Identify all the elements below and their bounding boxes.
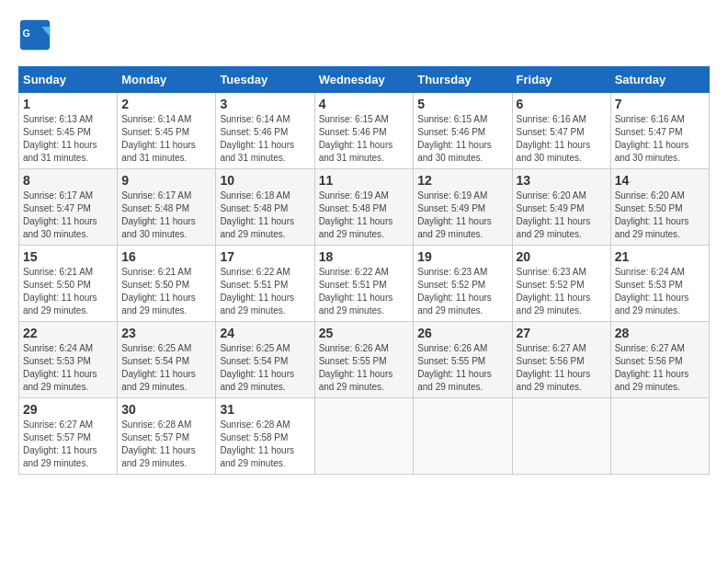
day-info: Sunrise: 6:24 AMSunset: 5:53 PMDaylight:… bbox=[23, 342, 113, 394]
day-info: Sunrise: 6:21 AMSunset: 5:50 PMDaylight:… bbox=[23, 266, 113, 317]
day-info: Sunrise: 6:23 AMSunset: 5:52 PMDaylight:… bbox=[417, 266, 507, 317]
day-info: Sunrise: 6:22 AMSunset: 5:51 PMDaylight:… bbox=[220, 266, 310, 317]
day-info: Sunrise: 6:16 AMSunset: 5:47 PMDaylight:… bbox=[615, 113, 705, 165]
day-info: Sunrise: 6:19 AMSunset: 5:49 PMDaylight:… bbox=[417, 190, 507, 241]
day-number: 13 bbox=[517, 173, 607, 188]
day-number: 25 bbox=[319, 326, 410, 340]
day-number: 20 bbox=[517, 249, 607, 264]
calendar-day-cell: 29Sunrise: 6:27 AMSunset: 5:57 PMDayligh… bbox=[19, 398, 118, 475]
calendar-day-cell: 19Sunrise: 6:23 AMSunset: 5:52 PMDayligh… bbox=[414, 246, 512, 322]
calendar-day-cell bbox=[610, 398, 709, 475]
logo-icon: G bbox=[18, 18, 51, 52]
calendar-day-cell: 4Sunrise: 6:15 AMSunset: 5:46 PMDaylight… bbox=[314, 93, 414, 169]
day-info: Sunrise: 6:25 AMSunset: 5:54 PMDaylight:… bbox=[121, 342, 211, 394]
calendar-table: SundayMondayTuesdayWednesdayThursdayFrid… bbox=[18, 66, 710, 475]
calendar-day-cell: 14Sunrise: 6:20 AMSunset: 5:50 PMDayligh… bbox=[610, 169, 709, 246]
day-info: Sunrise: 6:21 AMSunset: 5:50 PMDaylight:… bbox=[121, 266, 211, 317]
day-info: Sunrise: 6:19 AMSunset: 5:48 PMDaylight:… bbox=[319, 190, 410, 241]
calendar-day-cell: 13Sunrise: 6:20 AMSunset: 5:49 PMDayligh… bbox=[512, 169, 610, 246]
calendar-day-cell: 28Sunrise: 6:27 AMSunset: 5:56 PMDayligh… bbox=[610, 322, 709, 398]
calendar-day-cell: 18Sunrise: 6:22 AMSunset: 5:51 PMDayligh… bbox=[314, 246, 414, 322]
day-number: 9 bbox=[121, 173, 211, 188]
calendar-day-cell: 7Sunrise: 6:16 AMSunset: 5:47 PMDaylight… bbox=[610, 93, 709, 169]
day-number: 10 bbox=[220, 173, 310, 188]
day-number: 4 bbox=[319, 97, 410, 111]
day-number: 15 bbox=[23, 249, 113, 264]
day-number: 28 bbox=[615, 326, 705, 340]
day-number: 31 bbox=[220, 402, 310, 417]
day-number: 18 bbox=[319, 249, 410, 264]
calendar-day-cell: 27Sunrise: 6:27 AMSunset: 5:56 PMDayligh… bbox=[512, 322, 610, 398]
day-number: 8 bbox=[23, 173, 113, 188]
day-number: 29 bbox=[23, 402, 113, 417]
calendar-day-cell: 1Sunrise: 6:13 AMSunset: 5:45 PMDaylight… bbox=[19, 93, 118, 169]
day-info: Sunrise: 6:27 AMSunset: 5:57 PMDaylight:… bbox=[23, 419, 113, 470]
day-info: Sunrise: 6:28 AMSunset: 5:57 PMDaylight:… bbox=[121, 419, 211, 470]
calendar-day-cell: 25Sunrise: 6:26 AMSunset: 5:55 PMDayligh… bbox=[314, 322, 414, 398]
logo: G bbox=[18, 18, 55, 52]
calendar-day-cell bbox=[414, 398, 512, 475]
day-number: 12 bbox=[417, 173, 507, 188]
calendar-day-cell: 15Sunrise: 6:21 AMSunset: 5:50 PMDayligh… bbox=[19, 246, 118, 322]
calendar-day-cell: 12Sunrise: 6:19 AMSunset: 5:49 PMDayligh… bbox=[414, 169, 512, 246]
calendar-week-row: 1Sunrise: 6:13 AMSunset: 5:45 PMDaylight… bbox=[19, 93, 710, 169]
calendar-day-cell: 5Sunrise: 6:15 AMSunset: 5:46 PMDaylight… bbox=[414, 93, 512, 169]
page-header: G bbox=[18, 18, 710, 52]
day-number: 22 bbox=[23, 326, 113, 340]
calendar-day-cell: 9Sunrise: 6:17 AMSunset: 5:48 PMDaylight… bbox=[118, 169, 216, 246]
day-number: 23 bbox=[121, 326, 211, 340]
day-info: Sunrise: 6:23 AMSunset: 5:52 PMDaylight:… bbox=[517, 266, 607, 317]
weekday-header: Tuesday bbox=[216, 67, 314, 93]
calendar-day-cell: 16Sunrise: 6:21 AMSunset: 5:50 PMDayligh… bbox=[118, 246, 216, 322]
day-info: Sunrise: 6:20 AMSunset: 5:50 PMDaylight:… bbox=[615, 190, 705, 241]
day-number: 17 bbox=[220, 249, 310, 264]
day-number: 19 bbox=[417, 249, 507, 264]
weekday-header-row: SundayMondayTuesdayWednesdayThursdayFrid… bbox=[19, 67, 710, 93]
day-number: 26 bbox=[417, 326, 507, 340]
day-number: 7 bbox=[615, 97, 705, 111]
day-info: Sunrise: 6:18 AMSunset: 5:48 PMDaylight:… bbox=[220, 190, 310, 241]
day-number: 6 bbox=[517, 97, 607, 111]
calendar-week-row: 8Sunrise: 6:17 AMSunset: 5:47 PMDaylight… bbox=[19, 169, 710, 246]
day-info: Sunrise: 6:20 AMSunset: 5:49 PMDaylight:… bbox=[517, 190, 607, 241]
day-info: Sunrise: 6:15 AMSunset: 5:46 PMDaylight:… bbox=[319, 113, 410, 165]
day-number: 3 bbox=[220, 97, 310, 111]
day-info: Sunrise: 6:26 AMSunset: 5:55 PMDaylight:… bbox=[319, 342, 410, 394]
day-number: 21 bbox=[615, 249, 705, 264]
calendar-day-cell: 17Sunrise: 6:22 AMSunset: 5:51 PMDayligh… bbox=[216, 246, 314, 322]
calendar-day-cell bbox=[314, 398, 414, 475]
calendar-day-cell: 3Sunrise: 6:14 AMSunset: 5:46 PMDaylight… bbox=[216, 93, 314, 169]
calendar-day-cell: 22Sunrise: 6:24 AMSunset: 5:53 PMDayligh… bbox=[19, 322, 118, 398]
calendar-week-row: 22Sunrise: 6:24 AMSunset: 5:53 PMDayligh… bbox=[19, 322, 710, 398]
day-info: Sunrise: 6:16 AMSunset: 5:47 PMDaylight:… bbox=[517, 113, 607, 165]
svg-text:G: G bbox=[23, 28, 30, 39]
calendar-day-cell: 8Sunrise: 6:17 AMSunset: 5:47 PMDaylight… bbox=[19, 169, 118, 246]
day-number: 1 bbox=[23, 97, 113, 111]
calendar-day-cell: 24Sunrise: 6:25 AMSunset: 5:54 PMDayligh… bbox=[216, 322, 314, 398]
day-number: 11 bbox=[319, 173, 410, 188]
day-info: Sunrise: 6:13 AMSunset: 5:45 PMDaylight:… bbox=[23, 113, 113, 165]
calendar-day-cell: 26Sunrise: 6:26 AMSunset: 5:55 PMDayligh… bbox=[414, 322, 512, 398]
calendar-day-cell: 23Sunrise: 6:25 AMSunset: 5:54 PMDayligh… bbox=[118, 322, 216, 398]
calendar-day-cell: 6Sunrise: 6:16 AMSunset: 5:47 PMDaylight… bbox=[512, 93, 610, 169]
weekday-header: Friday bbox=[512, 67, 610, 93]
day-number: 24 bbox=[220, 326, 310, 340]
day-info: Sunrise: 6:22 AMSunset: 5:51 PMDaylight:… bbox=[319, 266, 410, 317]
day-info: Sunrise: 6:26 AMSunset: 5:55 PMDaylight:… bbox=[417, 342, 507, 394]
day-info: Sunrise: 6:14 AMSunset: 5:46 PMDaylight:… bbox=[220, 113, 310, 165]
day-number: 30 bbox=[121, 402, 211, 417]
day-number: 5 bbox=[417, 97, 507, 111]
day-number: 16 bbox=[121, 249, 211, 264]
calendar-week-row: 15Sunrise: 6:21 AMSunset: 5:50 PMDayligh… bbox=[19, 246, 710, 322]
day-info: Sunrise: 6:24 AMSunset: 5:53 PMDaylight:… bbox=[615, 266, 705, 317]
weekday-header: Monday bbox=[118, 67, 216, 93]
calendar-day-cell: 31Sunrise: 6:28 AMSunset: 5:58 PMDayligh… bbox=[216, 398, 314, 475]
day-info: Sunrise: 6:27 AMSunset: 5:56 PMDaylight:… bbox=[615, 342, 705, 394]
calendar-day-cell: 2Sunrise: 6:14 AMSunset: 5:45 PMDaylight… bbox=[118, 93, 216, 169]
day-info: Sunrise: 6:15 AMSunset: 5:46 PMDaylight:… bbox=[417, 113, 507, 165]
day-number: 14 bbox=[615, 173, 705, 188]
calendar-day-cell: 21Sunrise: 6:24 AMSunset: 5:53 PMDayligh… bbox=[610, 246, 709, 322]
calendar-week-row: 29Sunrise: 6:27 AMSunset: 5:57 PMDayligh… bbox=[19, 398, 710, 475]
day-info: Sunrise: 6:27 AMSunset: 5:56 PMDaylight:… bbox=[517, 342, 607, 394]
weekday-header: Thursday bbox=[414, 67, 512, 93]
